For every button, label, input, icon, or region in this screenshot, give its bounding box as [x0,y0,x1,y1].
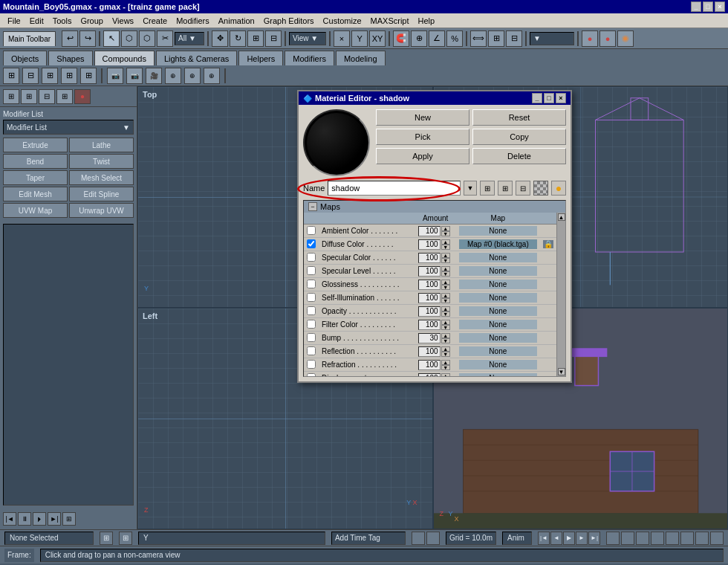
map-spin-up-5[interactable]: ▲ [441,293,450,298]
map-checkbox-0[interactable] [307,226,316,235]
menu-create[interactable]: Create [138,16,172,26]
sec-tool-camera2[interactable]: 📷 [126,68,143,84]
map-spin-up-8[interactable]: ▲ [441,333,450,338]
playback-start[interactable]: |◄ [538,532,550,545]
sec-tool-5[interactable]: ⊞ [80,68,97,84]
tab-modifiers[interactable]: Modifiers [285,51,334,65]
tab-shapes[interactable]: Shapes [48,51,92,65]
toolbar-btn-4[interactable]: ⬡ [139,30,155,47]
toolbar-btn-8[interactable]: Y [351,30,368,47]
sec-tool-1[interactable]: ⊞ [3,68,19,84]
menu-group[interactable]: Group [76,16,108,26]
map-spin-dn-4[interactable]: ▼ [441,285,450,290]
map-checkbox-2[interactable] [307,253,316,262]
map-checkbox-7[interactable] [307,320,316,329]
menu-graph-editors[interactable]: Graph Editors [259,16,319,26]
toolbar-btn-align[interactable]: ⊞ [488,30,504,47]
time-icon-2[interactable] [426,532,440,545]
menu-maxscript[interactable]: MAXScript [366,16,414,26]
toolbar-btn-snap[interactable]: ⊕ [411,30,427,47]
anim-btn[interactable]: Anim [502,532,532,545]
menu-animation[interactable]: Animation [214,16,259,26]
material-name-input[interactable] [328,181,461,196]
sec-tool-2[interactable]: ⊟ [22,68,39,84]
map-spin-dn-0[interactable]: ▼ [441,231,450,236]
named-sel-dropdown[interactable]: ▼ [530,32,574,45]
toolbar-btn-3[interactable]: ⬡ [121,30,137,47]
mat-icon-3[interactable]: ⊟ [516,181,530,196]
map-checkbox-11[interactable] [307,373,316,377]
map-link-5[interactable]: None [459,293,537,303]
maps-scrollbar[interactable]: ▲ ▼ [556,213,565,376]
left-tool-3[interactable]: ⊟ [39,89,55,104]
map-spin-dn-8[interactable]: ▼ [441,338,450,343]
tab-main-toolbar[interactable]: Main Toolbar [3,31,56,46]
toolbar-scale[interactable]: ⊞ [247,30,264,47]
map-link-4[interactable]: None [459,280,537,289]
tab-helpers[interactable]: Helpers [238,51,283,65]
toolbar-btn-magnet[interactable]: 🧲 [393,30,409,47]
panel-btn-3[interactable]: ⏵ [33,512,46,526]
map-spin-up-3[interactable]: ▲ [441,266,450,271]
mod-twist[interactable]: Twist [69,154,134,169]
toolbar-btn-layer[interactable]: ⊟ [506,30,522,47]
vp-ctrl-3[interactable] [636,532,649,545]
map-link-6[interactable]: None [459,306,537,316]
toolbar-btn-9[interactable]: XY [369,30,386,47]
mod-unwrap-uvw[interactable]: Unwrap UVW [69,203,134,218]
left-tool-1[interactable]: ⊞ [3,89,19,104]
mod-taper[interactable]: Taper [3,170,68,185]
maps-scroll-area[interactable]: Amount Map Ambient Color . . . . . . .10… [304,213,556,376]
map-checkbox-5[interactable] [307,293,316,302]
tab-objects[interactable]: Objects [3,51,47,65]
mod-edit-mesh[interactable]: Edit Mesh [3,187,68,201]
time-icon-1[interactable] [412,532,425,545]
map-spin-up-2[interactable]: ▲ [441,253,450,258]
copy-button[interactable]: Copy [472,129,566,145]
tab-modeling[interactable]: Modeling [336,51,386,65]
menu-edit[interactable]: Edit [25,16,48,26]
sec-tool-3[interactable]: ⊞ [42,68,58,84]
material-name-dropdown[interactable]: ▼ [464,181,477,196]
mod-extrude[interactable]: Extrude [3,138,68,152]
toolbar-move[interactable]: ✥ [212,30,228,47]
material-preview-sphere[interactable] [303,109,370,176]
map-amount-1[interactable]: 100 [418,239,441,250]
view-dropdown[interactable]: View ▼ [289,32,326,45]
map-amount-8[interactable]: 30 [418,333,441,343]
toolbar-btn-pct[interactable]: % [446,30,463,47]
map-spin-dn-3[interactable]: ▼ [441,271,450,277]
map-link-10[interactable]: None [459,360,537,369]
menu-modifiers[interactable]: Modifiers [172,16,214,26]
map-link-1[interactable]: Map #0 (black.tga) [459,239,537,249]
map-amount-0[interactable]: 100 [418,226,441,236]
panel-btn-1[interactable]: |◄ [3,512,16,526]
time-tag-btn[interactable]: Add Time Tag [331,532,406,545]
toolbar-btn-mirror[interactable]: ⟺ [470,30,487,47]
toolbar-btn-2[interactable]: ↪ [79,30,96,47]
vp-ctrl-1[interactable] [606,532,620,545]
reset-button[interactable]: Reset [472,109,566,126]
left-tool-2[interactable]: ⊞ [21,89,37,104]
mat-icon-1[interactable]: ⊞ [480,181,495,196]
map-spin-dn-9[interactable]: ▼ [441,352,450,357]
left-tool-4[interactable]: ⊞ [56,89,73,104]
toolbar-render1[interactable]: ● [582,30,598,47]
map-checkbox-3[interactable] [307,266,316,275]
toolbar-render3[interactable]: ◉ [617,30,634,47]
toolbar-btn-7[interactable]: × [334,30,350,47]
map-link-3[interactable]: None [459,266,537,276]
filter-dropdown[interactable]: All ▼ [175,32,204,45]
toolbar-render2[interactable]: ● [599,30,616,47]
close-button[interactable]: × [715,1,725,12]
map-link-2[interactable]: None [459,253,537,262]
map-spin-up-9[interactable]: ▲ [441,346,450,352]
map-amount-4[interactable]: 100 [418,280,441,290]
apply-button[interactable]: Apply [376,148,469,164]
map-spin-dn-6[interactable]: ▼ [441,311,450,317]
playback-prev[interactable]: ◄ [550,532,562,545]
vp-ctrl-8[interactable] [710,532,724,545]
map-link-0[interactable]: None [459,226,537,236]
panel-btn-4[interactable]: ►| [48,512,61,526]
map-spin-up-0[interactable]: ▲ [441,226,450,231]
